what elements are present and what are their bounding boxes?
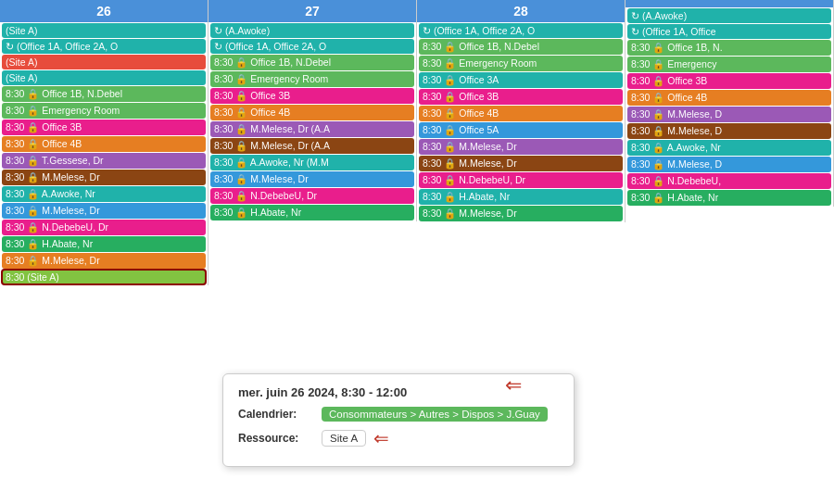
event-item[interactable]: 8:30 🔒 M.Melese, Dr [210, 171, 414, 187]
event-item[interactable]: 8:30 🔒 Office 3B [210, 88, 414, 104]
event-item[interactable]: ↻ (A.Awoke) [210, 23, 414, 38]
col-28-header: 28 [417, 0, 626, 22]
event-item[interactable]: 8:30 🔒 Office 4B [210, 105, 414, 120]
col-27-header: 27 [208, 0, 417, 22]
event-item-red[interactable]: (Site A) [2, 55, 206, 69]
arrow-title-icon: ⇐ [505, 373, 522, 397]
tooltip-popup: mer. juin 26 2024, 8:30 - 12:00 Calendri… [222, 373, 575, 467]
event-item[interactable]: ↻ (Office 1A, Office 2A, O [2, 39, 206, 54]
event-item[interactable]: 8:30 🔒 A.Awoke, Nr [2, 186, 206, 202]
event-item[interactable]: ↻ (Office 1A, Office [627, 24, 831, 39]
event-item[interactable]: 8:30 🔒 N.DebebeU, [627, 173, 831, 189]
event-item[interactable]: 8:30 🔒 M.Melese, Dr [419, 139, 623, 155]
event-item[interactable]: 8:30 🔒 N.DebebeU, Dr [2, 220, 206, 235]
event-item[interactable]: 8:30 🔒 M.Melese, Dr [2, 170, 206, 185]
event-item[interactable]: 8:30 🔒 Office 4B [627, 90, 831, 106]
event-item[interactable]: 8:30 🔒 Office 3B [627, 73, 831, 89]
event-item[interactable]: (Site A) [2, 23, 206, 38]
event-item[interactable]: 8:30 🔒 N.DebebeU, Dr [419, 172, 623, 188]
event-item[interactable]: 8:30 🔒 Office 3B [2, 120, 206, 135]
event-item[interactable]: 8:30 🔒 Emergency Room [210, 71, 414, 87]
tooltip-resource-value: Site A [322, 430, 366, 447]
event-item[interactable]: 8:30 🔒 N.DebebeU, Dr [210, 188, 414, 204]
event-item[interactable]: 8:30 🔒 Office 3B [419, 89, 623, 105]
event-item[interactable]: 8:30 🔒 M.Melese, Dr [2, 253, 206, 269]
event-item[interactable]: 8:30 🔒 M.Melese, Dr [419, 206, 623, 221]
column-29: ↻ (A.Awoke) ↻ (Office 1A, Office 8:30 🔒 … [626, 0, 834, 504]
event-item[interactable]: 8:30 🔒 H.Abate, Nr [627, 190, 831, 206]
event-item[interactable]: 8:30 🔒 M.Melese, Dr [2, 203, 206, 219]
event-item[interactable]: 8:30 🔒 T.Gessese, Dr [2, 153, 206, 169]
event-item[interactable]: 8:30 🔒 M.Melese, Dr [419, 156, 623, 171]
col-28-body: ↻ (Office 1A, Office 2A, O 8:30 🔒 Office… [417, 22, 626, 222]
event-item[interactable]: 8:30 🔒 Emergency Room [2, 103, 206, 119]
event-item[interactable]: 8:30 🔒 H.Abate, Nr [419, 189, 623, 205]
tooltip-calendar-value: Consommateurs > Autres > Dispos > J.Guay [322, 407, 548, 422]
col-26-header: 26 [0, 0, 208, 22]
tooltip-calendar-row: Calendrier: Consommateurs > Autres > Dis… [238, 407, 559, 422]
event-item[interactable]: 8:30 🔒 Emergency [627, 57, 831, 72]
event-item[interactable]: 8:30 🔒 Office 1B, N.Debel [419, 39, 623, 55]
event-item[interactable]: 8:30 🔒 Office 1B, N. [627, 40, 831, 56]
event-item[interactable]: 8:30 🔒 M.Melese, Dr (A.A [210, 138, 414, 154]
event-item[interactable]: ↻ (Office 1A, Office 2A, O [419, 23, 623, 38]
event-item[interactable]: 8:30 🔒 M.Melese, D [627, 157, 831, 172]
event-item[interactable]: 8:30 🔒 M.Melese, D [627, 123, 831, 139]
event-item[interactable]: 8:30 🔒 M.Melese, Dr (A.A [210, 121, 414, 137]
column-26: 26 (Site A) ↻ (Office 1A, Office 2A, O (… [0, 0, 208, 504]
event-item[interactable]: 8:30 🔒 Office 4B [419, 106, 623, 121]
selected-event-item[interactable]: 8:30 (Site A) [2, 270, 206, 284]
col-27-body: ↻ (A.Awoke) ↻ (Office 1A, Office 2A, O 8… [208, 22, 417, 221]
event-item[interactable]: 8:30 🔒 A.Awoke, Nr [627, 140, 831, 156]
event-item[interactable]: 8:30 🔒 Office 5A [419, 122, 623, 138]
tooltip-resource-row: Ressource: Site A ⇐ [238, 427, 559, 449]
col-26-body: (Site A) ↻ (Office 1A, Office 2A, O (Sit… [0, 22, 208, 285]
event-item[interactable]: 8:30 🔒 Emergency Room [419, 56, 623, 71]
event-item[interactable]: (Site A) [2, 70, 206, 85]
event-item[interactable]: 8:30 🔒 H.Abate, Nr [210, 205, 414, 220]
event-item[interactable]: 8:30 🔒 A.Awoke, Nr (M.M [210, 155, 414, 170]
col-29-body: ↻ (A.Awoke) ↻ (Office 1A, Office 8:30 🔒 … [626, 7, 834, 207]
col-29-header [626, 0, 834, 7]
tooltip-calendar-label: Calendrier: [238, 408, 322, 421]
tooltip-resource-label: Ressource: [238, 432, 322, 445]
arrow-right-icon: ⇐ [373, 427, 389, 449]
event-item[interactable]: ↻ (Office 1A, Office 2A, O [210, 39, 414, 54]
event-item[interactable]: ↻ (A.Awoke) [627, 8, 831, 23]
event-item[interactable]: 8:30 🔒 H.Abate, Nr [2, 236, 206, 252]
event-item[interactable]: 8:30 🔒 Office 1B, N.Debel [2, 86, 206, 102]
event-item[interactable]: 8:30 🔒 Office 1B, N.Debel [210, 55, 414, 70]
event-item[interactable]: 8:30 🔒 M.Melese, D [627, 107, 831, 122]
event-item[interactable]: 8:30 🔒 Office 3A [419, 72, 623, 88]
event-item[interactable]: 8:30 🔒 Office 4B [2, 136, 206, 152]
